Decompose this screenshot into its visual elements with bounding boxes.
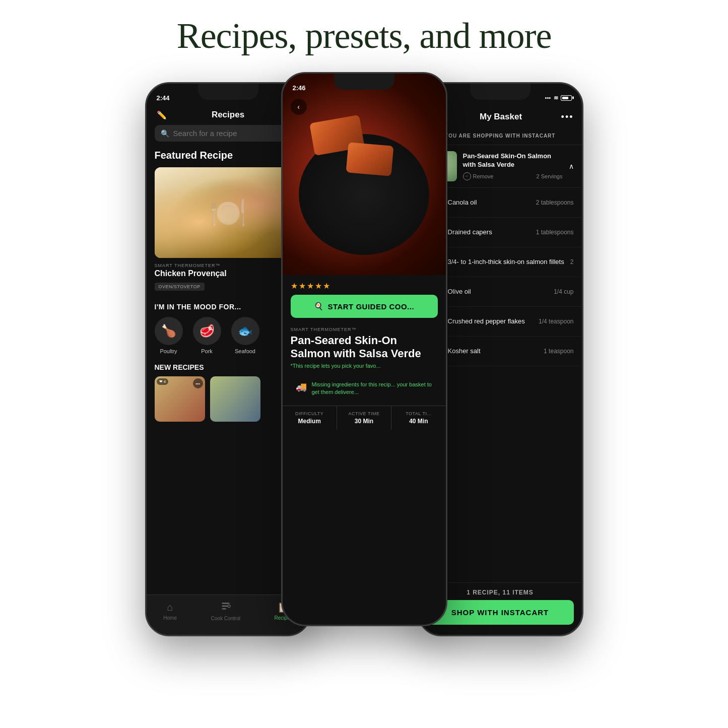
stat-total-time-value: 40 Min: [395, 418, 441, 425]
start-cooking-button[interactable]: 🍳 START GUIDED COO...: [291, 295, 438, 318]
svg-point-3: [228, 605, 230, 607]
mood-item-poultry[interactable]: 🍗 Poultry: [155, 317, 183, 354]
recipes-title: Recipes: [212, 110, 244, 120]
phone-notch-right: [470, 84, 531, 100]
stat-active-time-value: 30 Min: [341, 418, 387, 425]
new-recipes-title: NEW RECIPES: [155, 363, 302, 371]
recipe-title-line1: Pan-Seared Skin-On: [291, 334, 438, 347]
remove-button[interactable]: − Remove: [463, 172, 494, 180]
salmon-pan-image: [283, 74, 446, 275]
ingredient-qty-capers: 1 tablespoons: [536, 229, 574, 236]
salmon-pieces: [307, 114, 421, 225]
ingredient-info-salt: Kosher salt: [448, 347, 538, 356]
ingredient-qty-salt: 1 teaspoon: [544, 348, 573, 355]
edit-icon[interactable]: ✏️: [157, 110, 167, 120]
phone-notch-center: [334, 74, 394, 90]
recipe-card-2[interactable]: [210, 376, 260, 422]
tab-cook-control-label: Cook Control: [211, 616, 240, 621]
card-actions-1: •••: [193, 378, 203, 388]
basket-recipe-name: Pan-Seared Skin-On Salmon with Salsa Ver…: [463, 152, 563, 169]
search-bar[interactable]: 🔍: [155, 125, 302, 142]
wifi-icon: ≋: [554, 95, 558, 101]
battery-icon: [561, 95, 572, 101]
tab-home-label: Home: [163, 615, 177, 621]
start-cooking-label: START GUIDED COO...: [327, 302, 414, 311]
mood-label-pork: Pork: [201, 348, 213, 354]
stat-difficulty-label: DIFFICULTY: [287, 411, 333, 416]
mood-label-poultry: Poultry: [160, 348, 177, 354]
ingredient-name-olive: Olive oil: [448, 288, 548, 296]
new-recipe-cards: ❤ 4 •••: [155, 376, 302, 422]
servings-text: 2 Servings: [537, 173, 563, 179]
mood-items: 🍗 Poultry 🥩 Pork 🐟 Seafood: [155, 317, 302, 354]
ingredient-qty-pepper: 1/4 teaspoon: [539, 318, 573, 325]
svg-rect-1: [222, 605, 228, 607]
phone-notch-left: [198, 84, 258, 100]
ingredient-info-pepper: Crushed red pepper flakes: [448, 317, 533, 326]
remove-row: − Remove 2 Servings: [463, 172, 563, 180]
mood-circle-poultry: 🍗: [155, 317, 183, 345]
ingredient-name-salt: Kosher salt: [448, 347, 538, 356]
status-icons-right: ▪▪▪ ≋: [545, 95, 572, 101]
recipe-detail-screen: 2:46 ‹ ★★★★★ 🍳: [283, 74, 446, 625]
salmon-piece-2: [346, 142, 394, 176]
recipe-card-2-image: [210, 376, 260, 422]
status-time-center: 2:46: [293, 84, 306, 92]
svg-rect-2: [222, 608, 226, 610]
delivery-text: Missing ingredients for this recip... yo…: [312, 381, 433, 396]
recipe-name-left: Chicken Provençal: [155, 269, 302, 278]
cooking-icon: 🍳: [314, 302, 324, 311]
ingredient-info-olive: Olive oil: [448, 288, 548, 296]
featured-recipe-image[interactable]: [155, 167, 302, 258]
ingredient-qty-olive: 1/4 cup: [554, 288, 573, 295]
recipe-note: *This recipe lets you pick your favo...: [291, 363, 438, 369]
stat-total-time-label: TOTAL TI...: [395, 411, 441, 416]
smart-thermo-label-left: SMART THERMOMETER™: [155, 263, 302, 268]
mood-circle-seafood: 🐟: [231, 317, 259, 345]
search-icon: 🔍: [161, 129, 169, 138]
stat-total-time: TOTAL TI... 40 Min: [391, 406, 445, 430]
tab-cook-control[interactable]: Cook Control: [211, 601, 240, 621]
basket-more-button[interactable]: •••: [561, 112, 574, 122]
ingredient-name-pepper: Crushed red pepper flakes: [448, 317, 533, 326]
remove-minus-icon: −: [463, 172, 471, 180]
ingredient-qty-salmon: 2: [570, 258, 574, 266]
mood-item-pork[interactable]: 🥩 Pork: [193, 317, 221, 354]
status-time-left: 2:44: [157, 94, 170, 102]
recipe-title-large: Pan-Seared Skin-On Salmon with Salsa Ver…: [291, 334, 438, 361]
delivery-truck-icon: 🚚: [296, 381, 307, 392]
stat-active-time: ACTIVE TIME 30 Min: [337, 406, 391, 430]
delivery-notice: 🚚 Missing ingredients for this recip... …: [291, 376, 438, 402]
mood-circle-pork: 🥩: [193, 317, 221, 345]
stat-difficulty-value: Medium: [287, 418, 333, 425]
stat-difficulty: DIFFICULTY Medium: [283, 406, 337, 430]
ingredient-name-canola: Canola oil: [448, 198, 530, 207]
home-icon: ⌂: [167, 602, 173, 613]
page-headline: Recipes, presets, and more: [177, 15, 552, 57]
tab-home[interactable]: ⌂ Home: [163, 602, 177, 621]
basket-title: My Basket: [480, 112, 522, 122]
mood-label-seafood: Seafood: [235, 348, 255, 354]
search-input[interactable]: [173, 129, 296, 138]
recipe-name-section: SMART THERMOMETER™ Pan-Seared Skin-On Sa…: [283, 323, 446, 376]
chicken-provencal-image: [155, 167, 302, 258]
ingredient-name-capers: Drained capers: [448, 228, 530, 237]
phones-container: 2:44 ✏️ Recipes 🔍 Featured Recipe: [87, 82, 641, 636]
card-more-btn-1[interactable]: •••: [193, 378, 203, 388]
back-btn-center[interactable]: ‹: [291, 99, 307, 115]
recipe-stars: ★★★★★: [283, 275, 446, 295]
smart-thermo-center: SMART THERMOMETER™: [291, 327, 438, 332]
oven-tag: OVEN/STOVETOP: [155, 283, 205, 291]
shop-instacart-button[interactable]: SHOP WITH INSTACART: [427, 600, 574, 625]
cook-control-icon: [221, 601, 231, 614]
remove-label: Remove: [473, 173, 494, 179]
mood-item-seafood[interactable]: 🐟 Seafood: [231, 317, 259, 354]
recipe-hero: [283, 74, 446, 275]
ingredient-info-canola: Canola oil: [448, 198, 530, 207]
ingredient-info-capers: Drained capers: [448, 228, 530, 237]
stat-active-time-label: ACTIVE TIME: [341, 411, 387, 416]
recipe-card-1[interactable]: ❤ 4 •••: [155, 376, 205, 422]
chevron-up-icon[interactable]: ∧: [569, 162, 574, 170]
ingredient-qty-canola: 2 tablespoons: [536, 199, 574, 206]
phone-center-screen: 2:46 ‹ ★★★★★ 🍳: [283, 74, 446, 625]
